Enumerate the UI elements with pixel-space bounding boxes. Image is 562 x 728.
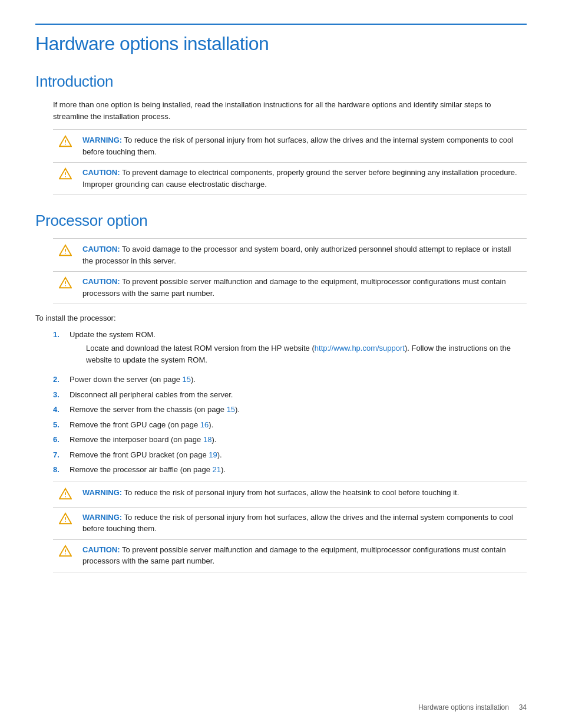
step-8-text: Remove the processor air baffle (on page…: [70, 465, 226, 474]
step-8: 8. Remove the processor air baffle (on p…: [53, 464, 527, 476]
step-2-text: Power down the server (on page 15).: [70, 375, 196, 384]
notice-caution-3: CAUTION: To prevent possible server malf…: [53, 271, 527, 304]
processor-top-notices: CAUTION: To avoid damage to the processo…: [35, 238, 527, 304]
steps-list: 1. Update the system ROM. Locate and dow…: [53, 329, 527, 476]
step-1-text: Update the system ROM.: [70, 330, 156, 339]
svg-point-11: [65, 521, 66, 522]
svg-point-5: [65, 253, 66, 254]
step-5-text: Remove the front GPU cage (on page 16).: [70, 420, 213, 429]
svg-point-1: [65, 144, 66, 145]
caution-icon-2: [59, 244, 75, 259]
notice-caution-1: CAUTION: To prevent damage to electrical…: [53, 162, 527, 195]
warning-icon-2: [59, 487, 75, 502]
caution-label-3: CAUTION:: [82, 277, 120, 286]
warning-label-1: WARNING:: [82, 136, 122, 144]
step-2: 2. Power down the server (on page 15).: [53, 374, 527, 386]
warning-icon-3: [59, 512, 75, 527]
hp-support-link[interactable]: http://www.hp.com/support: [315, 344, 405, 353]
svg-point-9: [65, 496, 66, 497]
step-3-text: Disconnect all peripheral cables from th…: [70, 390, 233, 399]
step-6: 6. Remove the interposer board (on page …: [53, 434, 527, 446]
step-6-text: Remove the interposer board (on page 18)…: [70, 435, 216, 444]
page-title: Hardware options installation: [35, 24, 527, 55]
caution-label-1: CAUTION:: [82, 168, 120, 177]
caution-label-4: CAUTION:: [82, 545, 120, 554]
step-num-6: 6.: [53, 434, 70, 446]
svg-point-13: [65, 553, 66, 554]
caution-icon-3: [59, 276, 75, 291]
svg-point-3: [65, 176, 66, 177]
notice-warning-2: WARNING: To reduce the risk of personal …: [53, 482, 527, 508]
warning-icon-1: [59, 135, 75, 150]
caution-label-2: CAUTION:: [82, 245, 120, 253]
caution-text-1: To prevent damage to electrical componen…: [82, 168, 517, 189]
notice-warning-1: WARNING: To reduce the risk of personal …: [53, 129, 527, 163]
warning-label-2: WARNING:: [82, 488, 122, 497]
introduction-body: If more than one option is being install…: [53, 99, 527, 122]
step-1: 1. Update the system ROM. Locate and dow…: [53, 329, 527, 371]
step-4-text: Remove the server from the chassis (on p…: [70, 405, 240, 414]
step-num-2: 2.: [53, 374, 70, 386]
step-num-7: 7.: [53, 449, 70, 461]
processor-bottom-notices: WARNING: To reduce the risk of personal …: [53, 482, 527, 572]
introduction-notices: WARNING: To reduce the risk of personal …: [35, 129, 527, 195]
caution-icon-4: [59, 545, 75, 559]
caution-text-4: To prevent possible server malfunction a…: [82, 545, 506, 566]
processor-heading: Processor option: [35, 212, 527, 230]
warning-text-2: To reduce the risk of personal injury fr…: [124, 488, 459, 497]
page-ref-15-1[interactable]: 15: [183, 375, 191, 384]
footer-page-number: 34: [519, 703, 527, 711]
step-7: 7. Remove the front GPU bracket (on page…: [53, 449, 527, 461]
footer-text: Hardware options installation 34: [418, 703, 527, 711]
install-intro: To install the processor:: [35, 312, 527, 324]
caution-icon-1: [59, 167, 75, 182]
step-5: 5. Remove the front GPU cage (on page 16…: [53, 419, 527, 431]
page-ref-19[interactable]: 19: [209, 450, 217, 459]
page-ref-21[interactable]: 21: [213, 465, 221, 474]
step-num-5: 5.: [53, 419, 70, 431]
warning-label-3: WARNING:: [82, 513, 122, 522]
introduction-heading: Introduction: [35, 73, 527, 91]
step-3: 3. Disconnect all peripheral cables from…: [53, 389, 527, 401]
page-ref-15-2[interactable]: 15: [227, 405, 235, 414]
caution-text-2: To avoid damage to the processor and sys…: [82, 245, 511, 265]
step-4: 4. Remove the server from the chassis (o…: [53, 404, 527, 416]
footer-section: Hardware options installation: [418, 703, 509, 711]
caution-text-3: To prevent possible server malfunction a…: [82, 277, 506, 298]
step-1-sub: Locate and download the latest ROM versi…: [86, 342, 527, 365]
page-ref-16[interactable]: 16: [200, 420, 209, 429]
processor-section: Processor option CAUTION: To avoid damag…: [35, 212, 527, 572]
warning-text-3: To reduce the risk of personal injury fr…: [82, 513, 513, 533]
svg-point-7: [65, 285, 66, 286]
page: Hardware options installation Introducti…: [0, 0, 562, 728]
step-num-1: 1.: [53, 329, 70, 341]
step-num-4: 4.: [53, 404, 70, 416]
step-num-3: 3.: [53, 389, 70, 401]
warning-text-1: To reduce the risk of personal injury fr…: [82, 136, 513, 156]
step-7-text: Remove the front GPU bracket (on page 19…: [70, 450, 222, 459]
page-ref-18[interactable]: 18: [203, 435, 211, 444]
footer: Hardware options installation 34: [35, 703, 527, 711]
notice-caution-2: CAUTION: To avoid damage to the processo…: [53, 238, 527, 272]
notice-caution-4: CAUTION: To prevent possible server malf…: [53, 539, 527, 572]
notice-warning-3: WARNING: To reduce the risk of personal …: [53, 507, 527, 540]
introduction-section: Introduction If more than one option is …: [35, 73, 527, 195]
step-num-8: 8.: [53, 464, 70, 476]
